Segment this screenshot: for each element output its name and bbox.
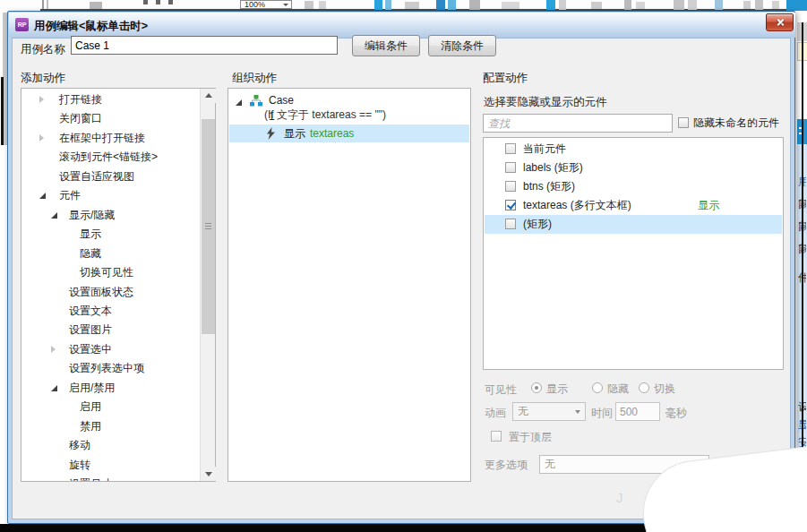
search-input[interactable]	[483, 114, 673, 133]
toolbar-icon-fragment	[591, 2, 602, 9]
widget-label: textareas (多行文本框)	[523, 196, 631, 215]
toolbar-icon-fragment	[42, 0, 44, 9]
tree-item-label: 设置列表选中项	[69, 359, 144, 378]
expand-arrow-icon[interactable]	[236, 99, 242, 106]
hide-unnamed-checkbox[interactable]	[678, 117, 689, 128]
case-name-input[interactable]	[71, 36, 338, 55]
widget-checkbox[interactable]	[505, 162, 516, 173]
tree-item[interactable]: 滚动到元件<锚链接>	[21, 148, 200, 167]
toolbar-icon-fragment	[469, 0, 480, 10]
dialog-title: 用例编辑<鼠标单击时>	[34, 19, 148, 34]
tree-item-label: 元件	[59, 186, 81, 205]
visibility-radio-2[interactable]	[592, 382, 603, 393]
tree-item[interactable]: 设置自适应视图	[21, 167, 200, 186]
tree-item[interactable]: 移动	[21, 436, 200, 455]
toolbar-icon-fragment	[772, 1, 779, 9]
collapse-arrow-icon[interactable]	[51, 385, 57, 391]
zoom-level-dropdown: 100%	[240, 0, 292, 9]
widget-checkbox[interactable]	[505, 143, 516, 154]
organize-actions-header: 组织动作	[232, 71, 277, 86]
expand-arrow-icon[interactable]	[39, 96, 44, 103]
tree-item-label: 设置尺寸	[69, 475, 112, 481]
axure-rp-icon: RP	[15, 18, 29, 31]
scroll-down-button[interactable]	[201, 467, 216, 481]
widget-checkbox-checked[interactable]	[505, 200, 516, 210]
edit-condition-button[interactable]: 编辑条件	[352, 35, 420, 56]
tree-item[interactable]: 在框架中打开链接	[21, 129, 200, 148]
close-button[interactable]	[766, 13, 794, 31]
tree-item[interactable]: 关闭窗口	[21, 109, 200, 128]
tree-item[interactable]: 设置列表选中项	[21, 359, 200, 378]
background-toolbar: 100%	[0, 0, 807, 11]
tree-item[interactable]: 启用/禁用	[21, 379, 200, 398]
widget-label: (矩形)	[523, 215, 552, 234]
tree-item[interactable]: 显示	[21, 225, 200, 244]
widget-checkbox[interactable]	[505, 219, 516, 229]
more-options-value: 无	[545, 458, 555, 470]
widget-row[interactable]: btns (矩形)	[485, 177, 782, 196]
tree-item[interactable]: 旋转	[21, 456, 200, 475]
tree-scrollbar[interactable]	[200, 89, 215, 481]
visibility-radio-1[interactable]	[531, 382, 542, 393]
tree-item-label: 启用	[80, 398, 101, 416]
tree-item-label: 旋转	[69, 456, 90, 475]
toolbar-icon-fragment	[156, 0, 160, 4]
configure-actions-header: 配置动作	[483, 71, 528, 86]
widget-row[interactable]: textareas (多行文本框)显示	[485, 196, 782, 215]
tree-item-label: 设置自适应视图	[59, 167, 134, 186]
tree-item[interactable]: 设置图片	[21, 321, 200, 339]
tree-item-label: 设置图片	[69, 321, 112, 339]
toolbar-icon-fragment	[319, 1, 326, 9]
zoom-level-value: 100%	[245, 0, 265, 9]
widget-row[interactable]: (矩形)	[485, 215, 782, 234]
bring-to-front-checkbox[interactable]	[491, 431, 502, 442]
toolbar-icon-fragment	[405, 2, 419, 9]
tree-item[interactable]: 显示/隐藏	[21, 206, 200, 225]
toolbar-icon-fragment	[502, 2, 519, 9]
tree-item[interactable]: 设置尺寸	[21, 475, 200, 481]
tree-item[interactable]: 切换可见性	[21, 263, 200, 282]
tree-item-label: 设置选中	[69, 340, 112, 359]
visibility-radio-3[interactable]	[639, 382, 649, 393]
tree-item[interactable]: 设置选中	[21, 340, 200, 359]
toolbar-icon-fragment	[559, 0, 566, 10]
widget-label: labels (矩形)	[523, 159, 583, 177]
visibility-option-label: 隐藏	[607, 382, 629, 397]
time-input[interactable]	[615, 402, 660, 421]
widget-checkbox[interactable]	[505, 181, 516, 192]
selected-action-row[interactable]: 显示 textareas	[229, 124, 469, 142]
clear-condition-button[interactable]: 清除条件	[428, 35, 496, 56]
expand-arrow-icon[interactable]	[51, 346, 56, 353]
animation-label: 动画	[485, 406, 506, 421]
tree-item[interactable]: 打开链接	[21, 90, 200, 109]
tree-item[interactable]: 设置文本	[21, 302, 200, 321]
widget-row[interactable]: labels (矩形)	[485, 159, 782, 177]
case-editor-dialog: RP 用例编辑<鼠标单击时> 用例名称 编辑条件 清除条件 添加动作 组织动作 …	[7, 11, 795, 524]
toolbar-icon-fragment	[786, 0, 807, 11]
toolbar-icon-fragment	[715, 0, 723, 10]
widget-row[interactable]: 当前元件	[485, 140, 782, 159]
toolbar-icon-fragment	[143, 0, 148, 4]
tree-item[interactable]: 元件	[21, 186, 200, 205]
expand-arrow-icon[interactable]	[39, 134, 44, 142]
tree-item[interactable]: 隐藏	[21, 245, 200, 263]
tree-item-label: 隐藏	[80, 245, 101, 263]
tree-item-label: 打开链接	[59, 90, 102, 109]
scroll-up-button[interactable]	[201, 89, 216, 103]
chevron-down-icon	[283, 4, 288, 6]
tree-item[interactable]: 禁用	[21, 417, 200, 436]
tree-item-label: 设置文本	[69, 302, 112, 321]
time-unit-label: 毫秒	[665, 406, 687, 421]
tree-item[interactable]: 启用	[21, 398, 200, 416]
chevron-down-icon	[575, 410, 580, 414]
tree-item[interactable]: 设置面板状态	[21, 283, 200, 302]
scrollbar-thumb[interactable]	[202, 119, 215, 334]
visibility-label: 可见性	[485, 382, 517, 398]
dialog-titlebar[interactable]: RP 用例编辑<鼠标单击时>	[9, 13, 795, 38]
collapse-arrow-icon[interactable]	[51, 212, 57, 219]
animation-dropdown[interactable]: 无	[512, 402, 586, 421]
toolbar-icon-fragment	[305, 1, 313, 9]
collapse-arrow-icon[interactable]	[39, 193, 46, 199]
visibility-option-label: 显示	[546, 382, 568, 397]
toolbar-icon-fragment	[385, 0, 391, 10]
